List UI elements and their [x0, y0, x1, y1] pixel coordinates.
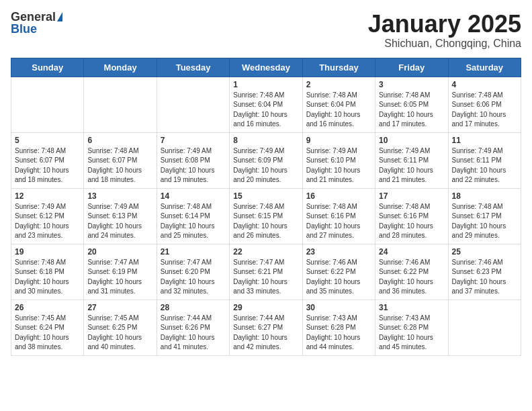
table-row: 26Sunrise: 7:45 AM Sunset: 6:24 PM Dayli…: [11, 300, 84, 355]
calendar-week-row: 12Sunrise: 7:49 AM Sunset: 6:12 PM Dayli…: [11, 188, 521, 244]
day-number: 28: [161, 303, 226, 312]
table-row: [84, 77, 157, 132]
day-number: 10: [379, 136, 444, 145]
table-row: 28Sunrise: 7:44 AM Sunset: 6:26 PM Dayli…: [157, 300, 229, 355]
day-info: Sunrise: 7:45 AM Sunset: 6:24 PM Dayligh…: [15, 314, 80, 353]
table-row: 24Sunrise: 7:46 AM Sunset: 6:22 PM Dayli…: [375, 244, 448, 300]
table-row: 1Sunrise: 7:48 AM Sunset: 6:04 PM Daylig…: [230, 77, 302, 132]
day-info: Sunrise: 7:48 AM Sunset: 6:05 PM Dayligh…: [379, 91, 444, 130]
calendar-week-row: 26Sunrise: 7:45 AM Sunset: 6:24 PM Dayli…: [11, 300, 521, 355]
logo-text-general: General: [11, 11, 56, 23]
day-number: 15: [233, 191, 298, 201]
day-number: 12: [15, 191, 80, 201]
title-block: January 2025 Shichuan, Chongqing, China: [368, 11, 521, 50]
day-info: Sunrise: 7:48 AM Sunset: 6:18 PM Dayligh…: [15, 258, 80, 297]
day-number: 23: [306, 247, 371, 257]
logo-triangle-icon: [57, 12, 62, 21]
table-row: 20Sunrise: 7:47 AM Sunset: 6:19 PM Dayli…: [84, 244, 157, 300]
col-friday: Friday: [375, 58, 448, 77]
day-info: Sunrise: 7:43 AM Sunset: 6:28 PM Dayligh…: [306, 314, 371, 353]
day-info: Sunrise: 7:48 AM Sunset: 6:16 PM Dayligh…: [306, 202, 371, 241]
day-info: Sunrise: 7:46 AM Sunset: 6:22 PM Dayligh…: [379, 258, 444, 297]
logo-text-blue: Blue: [11, 23, 37, 35]
day-number: 4: [452, 80, 517, 89]
table-row: 3Sunrise: 7:48 AM Sunset: 6:05 PM Daylig…: [375, 77, 448, 132]
day-info: Sunrise: 7:49 AM Sunset: 6:08 PM Dayligh…: [161, 146, 226, 185]
day-number: 17: [379, 191, 444, 201]
day-info: Sunrise: 7:43 AM Sunset: 6:28 PM Dayligh…: [379, 314, 444, 353]
table-row: [11, 77, 84, 132]
col-saturday: Saturday: [448, 58, 521, 77]
day-info: Sunrise: 7:48 AM Sunset: 6:14 PM Dayligh…: [161, 202, 226, 241]
day-info: Sunrise: 7:48 AM Sunset: 6:06 PM Dayligh…: [452, 91, 517, 130]
day-number: 14: [161, 191, 226, 201]
col-tuesday: Tuesday: [157, 58, 229, 77]
day-number: 21: [161, 247, 226, 257]
day-number: 27: [87, 303, 152, 312]
table-row: 15Sunrise: 7:48 AM Sunset: 6:15 PM Dayli…: [230, 188, 302, 244]
day-number: 25: [452, 247, 517, 257]
day-info: Sunrise: 7:48 AM Sunset: 6:16 PM Dayligh…: [379, 202, 444, 241]
calendar-title: January 2025: [368, 11, 521, 38]
table-row: 18Sunrise: 7:48 AM Sunset: 6:17 PM Dayli…: [448, 188, 521, 244]
table-row: [157, 77, 229, 132]
col-sunday: Sunday: [11, 58, 84, 77]
day-info: Sunrise: 7:48 AM Sunset: 6:17 PM Dayligh…: [452, 202, 517, 241]
day-info: Sunrise: 7:48 AM Sunset: 6:15 PM Dayligh…: [233, 202, 298, 241]
day-info: Sunrise: 7:46 AM Sunset: 6:22 PM Dayligh…: [306, 258, 371, 297]
table-row: 19Sunrise: 7:48 AM Sunset: 6:18 PM Dayli…: [11, 244, 84, 300]
calendar-location: Shichuan, Chongqing, China: [368, 38, 521, 50]
day-info: Sunrise: 7:47 AM Sunset: 6:20 PM Dayligh…: [161, 258, 226, 297]
table-row: 12Sunrise: 7:49 AM Sunset: 6:12 PM Dayli…: [11, 188, 84, 244]
day-info: Sunrise: 7:45 AM Sunset: 6:25 PM Dayligh…: [87, 314, 152, 353]
day-number: 11: [452, 136, 517, 145]
table-row: [448, 300, 521, 355]
day-number: 24: [379, 247, 444, 257]
table-row: 11Sunrise: 7:49 AM Sunset: 6:11 PM Dayli…: [448, 132, 521, 188]
day-number: 2: [306, 80, 371, 89]
table-row: 22Sunrise: 7:47 AM Sunset: 6:21 PM Dayli…: [230, 244, 302, 300]
page-header: General Blue January 2025 Shichuan, Chon…: [11, 11, 521, 50]
table-row: 14Sunrise: 7:48 AM Sunset: 6:14 PM Dayli…: [157, 188, 229, 244]
day-number: 19: [15, 247, 80, 257]
day-number: 13: [87, 191, 152, 201]
col-monday: Monday: [84, 58, 157, 77]
table-row: 23Sunrise: 7:46 AM Sunset: 6:22 PM Dayli…: [302, 244, 375, 300]
day-info: Sunrise: 7:44 AM Sunset: 6:26 PM Dayligh…: [161, 314, 226, 353]
calendar-table: Sunday Monday Tuesday Wednesday Thursday…: [11, 58, 521, 356]
day-info: Sunrise: 7:48 AM Sunset: 6:04 PM Dayligh…: [306, 91, 371, 130]
table-row: 10Sunrise: 7:49 AM Sunset: 6:11 PM Dayli…: [375, 132, 448, 188]
table-row: 31Sunrise: 7:43 AM Sunset: 6:28 PM Dayli…: [375, 300, 448, 355]
col-wednesday: Wednesday: [230, 58, 302, 77]
table-row: 4Sunrise: 7:48 AM Sunset: 6:06 PM Daylig…: [448, 77, 521, 132]
calendar-header-row: Sunday Monday Tuesday Wednesday Thursday…: [11, 58, 521, 77]
day-info: Sunrise: 7:46 AM Sunset: 6:23 PM Dayligh…: [452, 258, 517, 297]
table-row: 27Sunrise: 7:45 AM Sunset: 6:25 PM Dayli…: [84, 300, 157, 355]
day-number: 31: [379, 303, 444, 312]
day-number: 9: [306, 136, 371, 145]
table-row: 13Sunrise: 7:49 AM Sunset: 6:13 PM Dayli…: [84, 188, 157, 244]
day-info: Sunrise: 7:49 AM Sunset: 6:12 PM Dayligh…: [15, 202, 80, 241]
day-number: 7: [161, 136, 226, 145]
table-row: 6Sunrise: 7:48 AM Sunset: 6:07 PM Daylig…: [84, 132, 157, 188]
calendar-week-row: 19Sunrise: 7:48 AM Sunset: 6:18 PM Dayli…: [11, 244, 521, 300]
table-row: 5Sunrise: 7:48 AM Sunset: 6:07 PM Daylig…: [11, 132, 84, 188]
day-info: Sunrise: 7:49 AM Sunset: 6:09 PM Dayligh…: [233, 146, 298, 185]
day-number: 20: [87, 247, 152, 257]
day-number: 26: [15, 303, 80, 312]
day-number: 30: [306, 303, 371, 312]
day-info: Sunrise: 7:47 AM Sunset: 6:19 PM Dayligh…: [87, 258, 152, 297]
table-row: 21Sunrise: 7:47 AM Sunset: 6:20 PM Dayli…: [157, 244, 229, 300]
day-info: Sunrise: 7:49 AM Sunset: 6:11 PM Dayligh…: [452, 146, 517, 185]
day-info: Sunrise: 7:49 AM Sunset: 6:11 PM Dayligh…: [379, 146, 444, 185]
table-row: 7Sunrise: 7:49 AM Sunset: 6:08 PM Daylig…: [157, 132, 229, 188]
day-number: 1: [233, 80, 298, 89]
day-number: 3: [379, 80, 444, 89]
day-info: Sunrise: 7:47 AM Sunset: 6:21 PM Dayligh…: [233, 258, 298, 297]
table-row: 29Sunrise: 7:44 AM Sunset: 6:27 PM Dayli…: [230, 300, 302, 355]
calendar-week-row: 1Sunrise: 7:48 AM Sunset: 6:04 PM Daylig…: [11, 77, 521, 132]
table-row: 17Sunrise: 7:48 AM Sunset: 6:16 PM Dayli…: [375, 188, 448, 244]
calendar-week-row: 5Sunrise: 7:48 AM Sunset: 6:07 PM Daylig…: [11, 132, 521, 188]
day-number: 18: [452, 191, 517, 201]
table-row: 8Sunrise: 7:49 AM Sunset: 6:09 PM Daylig…: [230, 132, 302, 188]
